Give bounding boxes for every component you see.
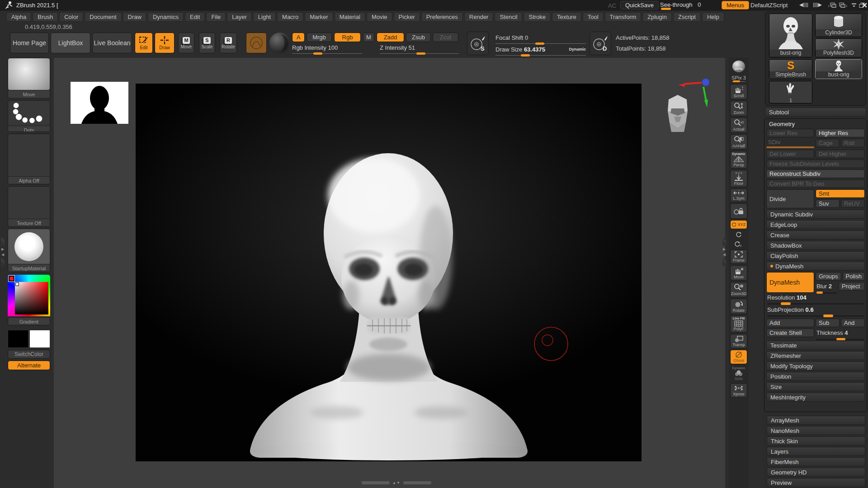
right-tray-collapse-handle[interactable]: ▶◀ <box>722 237 727 266</box>
mrgb-toggle[interactable]: Mrgb <box>307 33 332 42</box>
menu-item[interactable]: Movie <box>367 12 392 22</box>
sculpt-canvas[interactable] <box>136 84 642 461</box>
sv-square[interactable] <box>15 282 48 314</box>
alternate-button[interactable]: Alternate <box>8 361 50 370</box>
polish-toggle[interactable]: Polish <box>843 272 865 281</box>
tool-thumb-hand[interactable]: 1 <box>769 81 812 103</box>
minimize-icon[interactable] <box>851 2 857 9</box>
del-higher-button[interactable]: Del Higher <box>816 150 865 158</box>
document-scrollbar[interactable]: ▲▼ <box>362 480 431 485</box>
dynamesh-button[interactable]: DynaMesh <box>766 272 814 293</box>
rotate-3d-button[interactable]: Rotate <box>730 299 747 314</box>
menu-item[interactable]: Preferences <box>421 12 463 22</box>
menu-item[interactable]: Picker <box>394 12 420 22</box>
dynamesh-section[interactable]: DynaMesh <box>766 262 865 271</box>
rotate-on-axis-button[interactable]: XYZ <box>730 220 747 229</box>
scrollbar-segment-right[interactable] <box>403 481 431 484</box>
lightbox-button[interactable]: LightBox <box>51 33 90 53</box>
lock-camera-button[interactable] <box>730 203 747 219</box>
geometry-subsection[interactable]: ShadowBox <box>766 241 865 250</box>
dynamic-brush-size-button[interactable]: D <box>590 32 611 55</box>
scrollbar-arrows[interactable]: ▲▼ <box>392 481 401 485</box>
menu-item[interactable]: Layer <box>227 12 252 22</box>
tool-thumb-cylinder3d[interactable]: Cylinder3D <box>815 14 862 37</box>
polyframe-button[interactable]: Line Fill PolyF <box>730 315 747 333</box>
solo-button[interactable]: Dynamic Solo <box>730 366 747 382</box>
frame-mesh-button[interactable]: Frame <box>730 249 747 264</box>
groups-toggle[interactable]: Groups <box>816 272 841 281</box>
menu-item[interactable]: Dynamics <box>148 12 184 22</box>
spix-slider[interactable]: SPix 3 <box>730 75 747 83</box>
suv-toggle[interactable]: Suv <box>816 199 840 208</box>
zadd-toggle[interactable]: Zadd <box>377 33 404 42</box>
stack-left-icon[interactable] <box>828 2 836 9</box>
sv-cursor[interactable] <box>15 282 19 286</box>
current-stroke-button[interactable]: Dots <box>8 100 50 132</box>
hue-ring[interactable] <box>8 275 50 316</box>
menu-item[interactable]: Render <box>464 12 494 22</box>
del-lower-button[interactable]: Del Lower <box>766 150 814 158</box>
tool-thumb-polymesh3d[interactable]: PolyMesh3D <box>815 38 862 57</box>
switch-color-button[interactable]: SwitchColor <box>8 350 50 359</box>
tool-subpalette[interactable]: Preview <box>767 478 865 487</box>
sdiv-slider[interactable]: SDiv <box>766 139 814 148</box>
zcut-toggle[interactable]: Zcut <box>433 33 458 42</box>
floor-grid-button[interactable]: x y z Floor <box>730 170 747 187</box>
geometry-subsection[interactable]: Position <box>766 372 865 381</box>
tool-subpalette[interactable]: Layers <box>767 447 865 456</box>
z-intensity-slider[interactable]: Z Intensity 51 <box>380 44 459 54</box>
bpr-render-button[interactable]: BPR <box>730 60 747 73</box>
brush-preview-button[interactable] <box>246 33 267 53</box>
tool-thumb-bust-large[interactable]: bust-orig <box>769 14 812 57</box>
stroke-curve-button[interactable]: S <box>467 32 489 55</box>
blur-handle[interactable] <box>816 291 823 294</box>
spix-handle[interactable] <box>733 80 740 82</box>
resolution-slider[interactable]: Resolution 104 <box>767 294 864 305</box>
subprojection-slider[interactable]: SubProjection 0.6 <box>767 306 864 317</box>
geometry-subsection[interactable]: MeshIntegrity <box>766 393 865 402</box>
reconstruct-subdiv-button[interactable]: Reconstruct Subdiv <box>766 169 865 178</box>
blur-slider[interactable]: Blur 2 <box>816 282 837 294</box>
tool-subpalette[interactable]: NanoMesh <box>767 426 865 435</box>
main-color-swatch[interactable] <box>8 330 28 348</box>
subtool-section[interactable]: Subtool <box>765 108 866 117</box>
tool-subpalette[interactable]: FiberMesh <box>767 457 865 466</box>
alpha-channel-toggle[interactable]: A <box>292 33 305 42</box>
draw-button[interactable]: Draw <box>155 33 175 53</box>
thickness-slider[interactable]: Thickness 4 <box>816 328 865 339</box>
quicksave-button[interactable]: QuickSave <box>620 1 659 9</box>
convert-bpr-button[interactable]: Convert BPR To Geo <box>766 179 865 188</box>
menu-item[interactable]: Stencil <box>495 12 522 22</box>
z-intensity-handle[interactable] <box>416 52 425 55</box>
ghost-transparency-button[interactable]: Ghost <box>730 350 747 364</box>
add-toggle[interactable]: Add <box>766 319 814 327</box>
menu-item[interactable]: Zscript <box>673 12 701 22</box>
resolution-handle[interactable] <box>781 302 791 305</box>
menu-item[interactable]: Stroke <box>524 12 551 22</box>
current-material-button[interactable]: StartupMaterial <box>8 229 50 272</box>
material-sphere-button[interactable] <box>269 33 290 53</box>
local-symmetry-button[interactable]: L.Sym <box>730 188 747 202</box>
see-through-handle[interactable] <box>661 8 671 10</box>
geometry-subsection[interactable]: ZRemesher <box>766 351 865 360</box>
rotate-free-button[interactable] <box>730 230 747 239</box>
divide-button[interactable]: Divide <box>766 189 814 208</box>
menu-item[interactable]: Edit <box>185 12 205 22</box>
menu-item[interactable]: Light <box>253 12 276 22</box>
zoom-3d-button[interactable]: Zoom3D <box>730 282 747 297</box>
perspective-button[interactable]: Dynamic Persp <box>730 151 747 169</box>
menu-item[interactable]: Tool <box>583 12 604 22</box>
move-gyro-button[interactable]: M Move <box>178 33 194 53</box>
close-icon[interactable] <box>862 2 868 9</box>
scroll-doc-button[interactable]: Scroll <box>730 84 747 99</box>
tool-thumb-simplebrush[interactable]: S SimpleBrush <box>769 59 812 79</box>
zoom-doc-button[interactable]: Zoom <box>730 101 747 116</box>
focal-shift-slider[interactable]: Focal Shift 0 <box>495 34 586 44</box>
freeze-subdivision-button[interactable]: Freeze SubDivision Levels <box>766 160 865 168</box>
reuv-toggle[interactable]: ReUV <box>841 199 865 208</box>
stack-right-icon[interactable] <box>839 2 847 9</box>
home-page-button[interactable]: Home Page <box>10 33 49 53</box>
draw-size-slider[interactable]: Draw Size 63.4375 Dynamic <box>495 46 586 56</box>
move-3d-button[interactable]: Move <box>730 265 747 281</box>
draw-size-handle[interactable] <box>521 54 530 56</box>
